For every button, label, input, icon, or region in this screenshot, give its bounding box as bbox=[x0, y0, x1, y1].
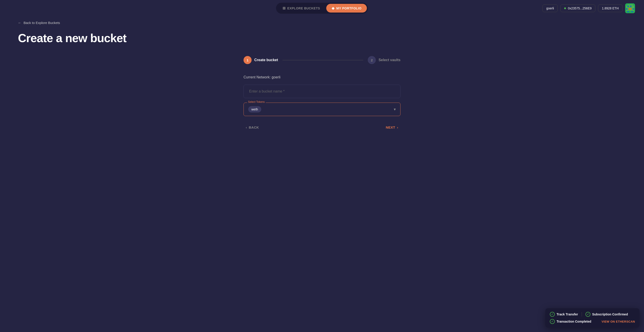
svg-rect-23 bbox=[628, 10, 629, 11]
toast-bottom-row: ✓ Transaction Completed VIEW ON ETHERSCA… bbox=[550, 319, 635, 324]
nav-tabs: ⊞ EXPLORE BUCKETS ◈ MY PORTFOLIO bbox=[276, 3, 368, 14]
svg-rect-6 bbox=[629, 5, 630, 7]
svg-rect-16 bbox=[626, 8, 628, 10]
svg-rect-0 bbox=[628, 4, 629, 5]
network-badge[interactable]: goerli bbox=[542, 4, 558, 12]
chevron-down-icon: ▾ bbox=[394, 107, 396, 112]
svg-rect-15 bbox=[633, 7, 634, 8]
svg-rect-3 bbox=[632, 4, 633, 5]
address-label: 0x23575...256E9 bbox=[568, 6, 592, 10]
subscription-check-icon: ✓ bbox=[586, 312, 590, 317]
step-2-label: Select vaults bbox=[378, 58, 400, 62]
toast-notification: ✓ Track Transfer ✓ Subscription Confirme… bbox=[545, 308, 640, 328]
back-button[interactable]: ‹ BACK bbox=[244, 123, 261, 131]
main-content: ← Back to Explore Buckets Create a new b… bbox=[0, 16, 644, 136]
online-dot bbox=[564, 7, 566, 9]
step-2-circle: 2 bbox=[368, 56, 376, 64]
step-1-label: Create bucket bbox=[254, 58, 278, 62]
svg-rect-20 bbox=[632, 8, 633, 10]
next-button[interactable]: NEXT › bbox=[384, 123, 400, 131]
svg-rect-5 bbox=[628, 5, 629, 7]
step-connector bbox=[282, 60, 363, 60]
transaction-completed-label: Transaction Completed bbox=[556, 320, 591, 323]
tab-explore[interactable]: ⊞ EXPLORE BUCKETS bbox=[277, 4, 325, 12]
weth-chip: weth bbox=[248, 106, 261, 112]
view-etherscan-button[interactable]: VIEW ON ETHERSCAN bbox=[602, 320, 635, 323]
explore-icon: ⊞ bbox=[282, 6, 286, 10]
nav-buttons: ‹ BACK NEXT › bbox=[244, 123, 400, 131]
svg-rect-1 bbox=[629, 4, 630, 5]
tab-portfolio[interactable]: ◈ MY PORTFOLIO bbox=[326, 4, 367, 12]
svg-rect-27 bbox=[633, 10, 634, 11]
svg-rect-17 bbox=[628, 8, 629, 10]
svg-rect-24 bbox=[629, 10, 630, 11]
next-button-label: NEXT bbox=[386, 125, 395, 129]
view-etherscan-label: VIEW ON ETHERSCAN bbox=[602, 320, 635, 323]
stepper: 1 Create bucket 2 Select vaults bbox=[244, 56, 400, 64]
svg-rect-2 bbox=[630, 4, 632, 5]
portfolio-tab-label: MY PORTFOLIO bbox=[336, 6, 362, 10]
header-right: goerli 0x23575...256E9 1.8928 ETH bbox=[542, 3, 635, 13]
svg-rect-29 bbox=[632, 11, 633, 12]
select-tokens-field[interactable]: weth ▾ bbox=[244, 103, 400, 116]
svg-rect-22 bbox=[626, 10, 628, 11]
step-2-number: 2 bbox=[371, 58, 373, 62]
svg-rect-25 bbox=[630, 10, 632, 11]
svg-rect-4 bbox=[626, 5, 628, 7]
eth-balance-badge[interactable]: 1.8928 ETH bbox=[598, 4, 622, 12]
back-link[interactable]: ← Back to Explore Buckets bbox=[18, 21, 60, 25]
avatar-pixel-art bbox=[626, 4, 634, 12]
step-1-number: 1 bbox=[247, 58, 248, 62]
avatar[interactable] bbox=[625, 3, 635, 13]
svg-rect-26 bbox=[632, 10, 633, 11]
toast-divider bbox=[582, 312, 582, 317]
track-transfer-check-icon: ✓ bbox=[550, 312, 555, 317]
form-container: Current Network: goerli Select Tokens we… bbox=[244, 75, 400, 131]
transaction-check-icon: ✓ bbox=[550, 319, 555, 324]
back-link-label: Back to Explore Buckets bbox=[24, 21, 60, 25]
back-chevron-icon: ‹ bbox=[246, 125, 247, 129]
svg-rect-9 bbox=[633, 5, 634, 7]
track-transfer-label: Track Transfer bbox=[556, 313, 578, 316]
select-tokens-wrapper: Select Tokens weth ▾ bbox=[244, 103, 400, 116]
back-arrow-icon: ← bbox=[18, 21, 21, 25]
eth-balance-label: 1.8928 ETH bbox=[602, 6, 619, 10]
svg-rect-12 bbox=[629, 7, 630, 8]
portfolio-icon: ◈ bbox=[332, 6, 334, 10]
header: ⊞ EXPLORE BUCKETS ◈ MY PORTFOLIO goerli … bbox=[0, 0, 644, 16]
toast-top-row: ✓ Track Transfer ✓ Subscription Confirme… bbox=[550, 312, 635, 317]
toast-subscription-confirmed: ✓ Subscription Confirmed bbox=[586, 312, 628, 317]
svg-rect-13 bbox=[630, 7, 632, 8]
current-network-label: Current Network: goerli bbox=[244, 75, 400, 79]
svg-rect-18 bbox=[629, 8, 630, 10]
svg-rect-14 bbox=[632, 7, 633, 8]
bucket-name-input[interactable] bbox=[244, 85, 400, 98]
step-1: 1 Create bucket bbox=[244, 56, 278, 64]
svg-rect-8 bbox=[632, 5, 633, 7]
subscription-confirmed-label: Subscription Confirmed bbox=[592, 313, 628, 316]
step-1-circle: 1 bbox=[244, 56, 252, 64]
network-label: goerli bbox=[546, 6, 554, 10]
next-chevron-icon: › bbox=[397, 125, 398, 129]
explore-tab-label: EXPLORE BUCKETS bbox=[287, 6, 320, 10]
step-2: 2 Select vaults bbox=[368, 56, 400, 64]
selected-tokens-list: weth bbox=[248, 106, 261, 112]
svg-rect-10 bbox=[626, 7, 628, 8]
svg-rect-19 bbox=[630, 8, 632, 10]
select-tokens-label: Select Tokens bbox=[247, 100, 266, 103]
svg-rect-11 bbox=[628, 7, 629, 8]
svg-rect-21 bbox=[633, 8, 634, 10]
address-badge[interactable]: 0x23575...256E9 bbox=[560, 4, 595, 12]
toast-track-transfer: ✓ Track Transfer bbox=[550, 312, 578, 317]
back-button-label: BACK bbox=[249, 125, 259, 129]
page-title: Create a new bucket bbox=[18, 31, 626, 45]
toast-transaction-completed: ✓ Transaction Completed bbox=[550, 319, 591, 324]
svg-rect-28 bbox=[628, 11, 629, 12]
svg-rect-7 bbox=[630, 5, 632, 7]
